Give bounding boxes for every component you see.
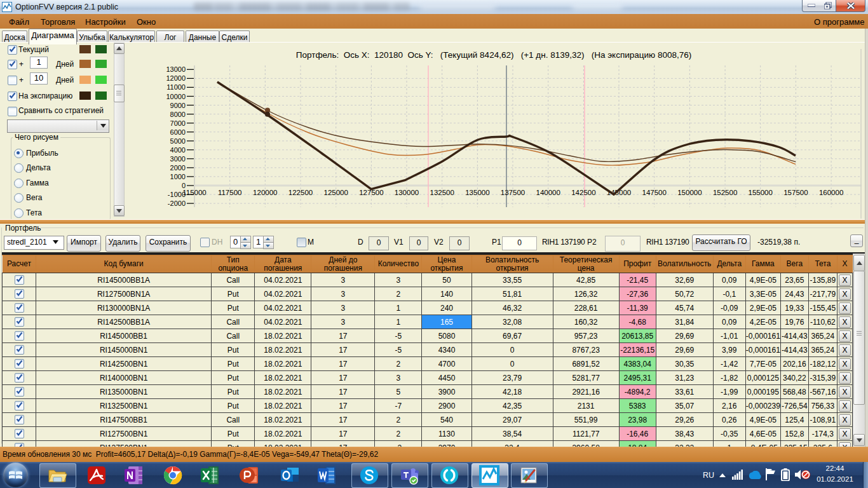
svg-text:4000: 4000: [170, 146, 186, 154]
svg-text:142500: 142500: [571, 189, 595, 196]
svg-text:2000: 2000: [170, 164, 186, 172]
svg-text:11000: 11000: [166, 83, 186, 91]
svg-text:137500: 137500: [501, 189, 525, 196]
svg-text:13000: 13000: [166, 65, 186, 73]
svg-text:140000: 140000: [536, 189, 560, 196]
svg-text:1000: 1000: [170, 173, 186, 180]
svg-text:Портфель: Ось X: 120180 Ось: Портфель: Ось X: 120180 Ось Y: (Текущий …: [296, 50, 691, 60]
svg-text:157500: 157500: [783, 189, 808, 196]
svg-text:8000: 8000: [170, 111, 186, 118]
svg-text:120000: 120000: [253, 189, 277, 196]
svg-text:-2000: -2000: [168, 200, 186, 207]
svg-text:10000: 10000: [166, 93, 186, 100]
svg-text:12000: 12000: [166, 74, 186, 82]
svg-text:125000: 125000: [324, 189, 348, 196]
svg-text:152500: 152500: [713, 189, 737, 196]
svg-text:132500: 132500: [430, 189, 454, 196]
svg-text:130000: 130000: [395, 189, 419, 196]
svg-text:5000: 5000: [170, 137, 186, 145]
svg-text:3000: 3000: [170, 155, 186, 163]
svg-text:155000: 155000: [749, 189, 773, 196]
svg-text:6000: 6000: [170, 128, 186, 136]
svg-text:160000: 160000: [819, 189, 843, 196]
svg-text:150000: 150000: [677, 189, 702, 196]
svg-text:7000: 7000: [170, 119, 186, 127]
svg-text:147500: 147500: [642, 189, 667, 196]
svg-text:122500: 122500: [288, 189, 313, 196]
svg-text:117500: 117500: [218, 189, 242, 196]
svg-text:9000: 9000: [170, 102, 186, 109]
svg-text:135000: 135000: [465, 189, 489, 196]
svg-text:115000: 115000: [182, 189, 207, 196]
